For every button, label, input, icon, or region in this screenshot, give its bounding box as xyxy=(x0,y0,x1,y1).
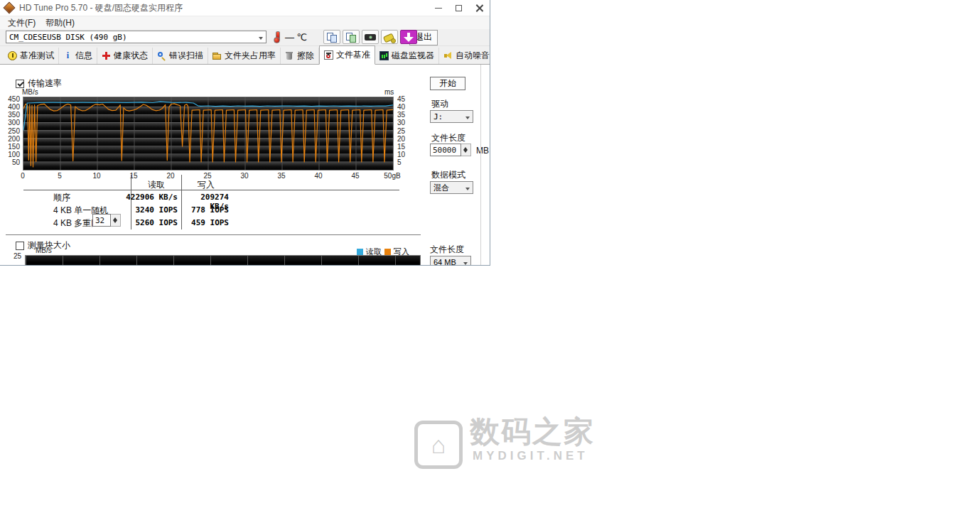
tab-gauge[interactable]: 基准测试 xyxy=(4,48,59,64)
export-button[interactable] xyxy=(400,30,417,44)
file-length-label: 文件长度 xyxy=(431,132,465,144)
checkbox-unchecked-icon xyxy=(16,242,24,250)
desktop: HD Tune Pro 5.70 - 硬盘/固态硬盘实用程序 文件(F)帮助(H… xyxy=(0,0,980,530)
transfer-rate-chart xyxy=(23,97,394,171)
screenshot-button[interactable] xyxy=(362,30,379,44)
x-axis-tick: 30 xyxy=(232,172,257,180)
block-file-length-value: 64 MB xyxy=(434,258,462,265)
section-divider xyxy=(6,234,421,235)
y-axis-tick: 200 xyxy=(8,135,20,143)
drive-model-select[interactable]: CM_CDESEUSB DISK (490 gB) xyxy=(6,31,266,43)
window-controls xyxy=(428,0,490,16)
mydigit-logo-icon: ⌂ xyxy=(414,421,463,469)
tab-label: 文件基准 xyxy=(336,49,370,61)
y2-axis-tick: 5 xyxy=(397,158,402,166)
data-mode-select[interactable]: 混合 xyxy=(430,181,473,194)
toolbar: CM_CDESEUSB DISK (490 gB) — ℃ 退出 xyxy=(0,29,490,46)
x-axis-tick: 5 xyxy=(47,172,72,180)
file-length-stepper[interactable]: 50000 xyxy=(430,144,471,156)
app-icon xyxy=(4,2,16,14)
x-axis-tick: 35 xyxy=(269,172,294,180)
window-title: HD Tune Pro 5.70 - 硬盘/固态硬盘实用程序 xyxy=(19,2,428,14)
hdtune-window: HD Tune Pro 5.70 - 硬盘/固态硬盘实用程序 文件(F)帮助(H… xyxy=(0,0,490,265)
close-button[interactable] xyxy=(469,0,490,16)
info-icon xyxy=(63,51,72,60)
tab-bar: 基准测试信息健康状态错误扫描文件夹占用率擦除文件基准磁盘监视器自动噪音管理随机存… xyxy=(0,46,490,65)
menu-file[interactable]: 文件(F) xyxy=(3,17,41,29)
tab-label: 基准测试 xyxy=(20,50,54,62)
drive-label: 驱动 xyxy=(431,98,448,110)
read-legend-swatch xyxy=(357,249,363,255)
tab-health[interactable]: 健康状态 xyxy=(97,48,153,64)
y2-axis-tick: 45 xyxy=(397,95,405,103)
tab-folder[interactable]: 文件夹占用率 xyxy=(208,48,281,64)
y2-axis-tick: 20 xyxy=(397,135,405,143)
x-axis-tick: 45 xyxy=(343,172,368,180)
tab-disk-monitor[interactable]: 磁盘监视器 xyxy=(375,48,439,64)
y2-axis-tick: 15 xyxy=(397,143,405,151)
tab-label: 磁盘监视器 xyxy=(392,50,434,62)
block-file-length-select[interactable]: 64 MB xyxy=(430,256,471,265)
start-button[interactable]: 开始 xyxy=(430,77,465,90)
tab-label: 错误扫描 xyxy=(169,50,203,62)
y-axis-tick: 300 xyxy=(8,119,20,126)
acoustic-button[interactable] xyxy=(381,30,398,44)
tab-label: 信息 xyxy=(75,50,92,62)
4k-multi-read-value: 5260 IOPS xyxy=(99,218,178,227)
watermark-subtitle: MYDIGIT.NET xyxy=(473,449,595,463)
tab-file-benchmark[interactable]: 文件基准 xyxy=(319,45,375,65)
maximize-icon xyxy=(456,5,462,11)
checkbox-checked-icon xyxy=(16,80,24,88)
watermark-text: 数码之家 MYDIGIT.NET xyxy=(470,415,595,463)
erase-icon xyxy=(285,51,294,60)
maximize-button[interactable] xyxy=(448,0,469,16)
file-benchmark-panel: 传输速率 MB/s ms 50100150200250300350400450 … xyxy=(0,65,490,265)
copy-image-button[interactable] xyxy=(343,30,360,44)
export-icon xyxy=(401,31,416,43)
tab-label: 擦除 xyxy=(297,50,314,62)
house-icon: ⌂ xyxy=(431,433,446,457)
row-label-sequential: 顺序 xyxy=(53,192,70,204)
chevron-down-icon xyxy=(463,262,468,265)
gauge-icon xyxy=(8,51,17,60)
copy-report-button[interactable] xyxy=(323,30,340,44)
drive-model-value: CM_CDESEUSB DISK (490 gB) xyxy=(9,33,257,42)
spin-down-icon[interactable] xyxy=(461,150,470,156)
titlebar[interactable]: HD Tune Pro 5.70 - 硬盘/固态硬盘实用程序 xyxy=(0,0,490,16)
tab-aam[interactable]: 自动噪音管理 xyxy=(439,48,490,64)
x-axis-tick: 0 xyxy=(10,172,36,180)
drive-letter-select[interactable]: J: xyxy=(430,110,473,123)
tab-erase[interactable]: 擦除 xyxy=(281,48,319,64)
write-legend-swatch xyxy=(384,249,391,255)
x-axis-tick: 50gB xyxy=(379,172,405,180)
y2-axis-tick: 35 xyxy=(397,111,405,119)
minimize-button[interactable] xyxy=(428,0,448,16)
tab-label: 文件夹占用率 xyxy=(225,50,276,62)
panel-divider xyxy=(480,65,481,265)
y-axis-tick: 50 xyxy=(12,158,20,166)
menu-help[interactable]: 帮助(H) xyxy=(41,17,80,29)
y-axis-unit: MB/s xyxy=(22,88,38,96)
watermark-title: 数码之家 xyxy=(470,415,595,449)
block-size-chart xyxy=(25,255,421,265)
stepper-arrows[interactable] xyxy=(461,144,471,156)
tab-label: 健康状态 xyxy=(114,50,148,62)
menubar: 文件(F)帮助(H) xyxy=(0,16,490,29)
spin-up-icon[interactable] xyxy=(461,144,470,150)
tab-info[interactable]: 信息 xyxy=(59,48,97,64)
chart-canvas xyxy=(23,97,393,170)
thermometer-icon xyxy=(274,31,280,43)
drive-letter-value: J: xyxy=(434,112,464,121)
tools-icon xyxy=(382,31,397,43)
tab-label: 自动噪音管理 xyxy=(456,50,490,62)
y-axis-tick: 350 xyxy=(8,111,20,119)
block-file-length-label: 文件长度 xyxy=(430,244,464,256)
y2-axis-labels: 51015202530354045 xyxy=(397,97,416,171)
4k-single-read-value: 3240 IOPS xyxy=(99,205,178,215)
y2-axis-tick: 10 xyxy=(397,151,405,158)
folder-icon xyxy=(212,51,222,60)
chevron-down-icon xyxy=(465,188,470,193)
copy-image-icon xyxy=(343,31,359,43)
camera-icon xyxy=(362,31,378,43)
tab-scan[interactable]: 错误扫描 xyxy=(153,48,208,64)
